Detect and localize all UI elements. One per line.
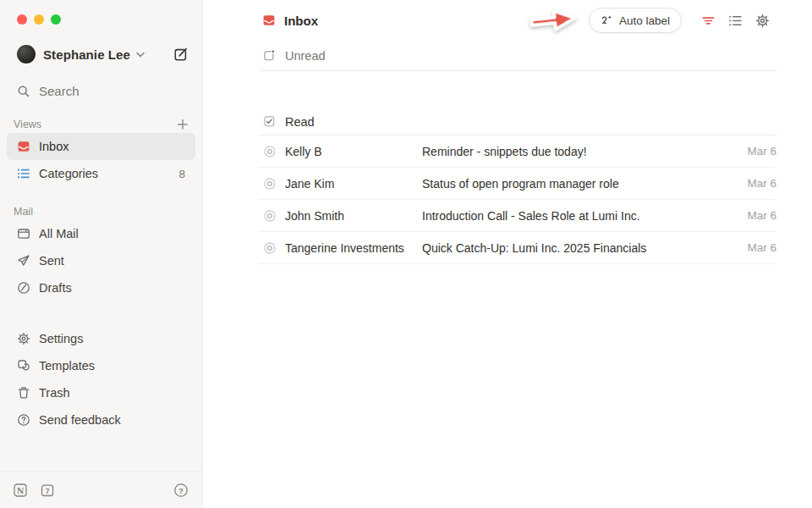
views-label: Views <box>14 119 41 130</box>
zoom-window-button[interactable] <box>51 14 61 25</box>
svg-text:7: 7 <box>46 487 50 495</box>
list-view-icon[interactable] <box>728 14 743 28</box>
trash-icon <box>17 386 30 400</box>
send-icon <box>17 254 30 268</box>
auto-label-button-label: Auto label <box>619 14 670 27</box>
read-checkbox-icon <box>263 115 276 128</box>
email-subject: Reminder - snippets due today! <box>422 145 717 158</box>
sidebar-item-label: All Mail <box>39 227 79 240</box>
sidebar-item-label: Settings <box>39 332 83 345</box>
sidebar-item-inbox[interactable]: Inbox <box>7 133 195 160</box>
email-date: Mar 6 <box>726 145 776 157</box>
header-controls: Auto label <box>525 0 770 41</box>
sidebar-item-label: Sent <box>39 254 64 268</box>
email-row[interactable]: Kelly B Reminder - snippets due today! M… <box>259 135 776 168</box>
compose-icon[interactable] <box>173 47 189 62</box>
notion-logo-icon[interactable]: N <box>14 483 27 497</box>
section-header-read[interactable]: Read <box>259 108 776 135</box>
read-status-icon[interactable] <box>263 241 277 255</box>
window-controls <box>0 0 202 25</box>
email-subject: Introduction Call - Sales Role at Lumi I… <box>422 209 717 223</box>
email-row[interactable]: Tangerine Investments Quick Catch-Up: Lu… <box>259 232 776 264</box>
email-subject: Status of open program manager role <box>422 177 717 190</box>
sidebar-item-settings[interactable]: Settings <box>7 325 195 352</box>
email-date: Mar 6 <box>726 241 776 254</box>
email-row[interactable]: John Smith Introduction Call - Sales Rol… <box>259 200 776 232</box>
mail-section-header: Mail <box>14 203 189 220</box>
account-switcher[interactable]: Stephanie Lee <box>17 45 189 64</box>
email-sender: Kelly B <box>285 145 414 158</box>
sidebar-item-all-mail[interactable]: All Mail <box>7 220 195 247</box>
page-title: Inbox <box>262 14 318 28</box>
calendar-icon[interactable]: 7 <box>41 483 54 497</box>
inbox-pane: Inbox Auto label <box>203 0 812 508</box>
chevron-down-icon <box>136 51 145 58</box>
sidebar-item-drafts[interactable]: Drafts <box>7 274 195 301</box>
filter-icon[interactable] <box>701 14 716 28</box>
categories-count: 8 <box>178 168 185 180</box>
search-input[interactable]: Search <box>17 84 189 98</box>
sidebar-footer: N 7 ? <box>0 471 202 508</box>
sidebar-item-categories[interactable]: Categories 8 <box>7 160 195 187</box>
email-sender: Tangerine Investments <box>285 241 414 255</box>
draft-icon <box>17 281 30 295</box>
sidebar: Stephanie Lee Search Views Inbox <box>0 0 203 508</box>
email-sender: Jane Kim <box>285 177 414 190</box>
close-window-button[interactable] <box>17 14 27 25</box>
search-icon <box>17 85 30 98</box>
account-name: Stephanie Lee <box>43 47 130 62</box>
help-icon[interactable]: ? <box>173 483 189 498</box>
templates-icon <box>17 359 30 373</box>
email-row[interactable]: Jane Kim Status of open program manager … <box>259 168 776 200</box>
sidebar-item-label: Templates <box>39 359 95 373</box>
page-title-label: Inbox <box>284 14 318 28</box>
views-section-header: Views <box>14 116 189 133</box>
read-status-icon[interactable] <box>263 145 277 158</box>
section-label: Read <box>285 115 315 129</box>
annotation-arrow <box>524 2 583 40</box>
read-status-icon[interactable] <box>263 209 277 223</box>
minimize-window-button[interactable] <box>34 14 44 25</box>
sidebar-item-templates[interactable]: Templates <box>7 352 195 379</box>
section-label: Unread <box>285 49 326 63</box>
sidebar-item-label: Trash <box>39 386 70 400</box>
email-list: Unread Read Kelly B Reminder - snippets … <box>259 41 776 264</box>
mail-label: Mail <box>14 206 33 218</box>
avatar <box>17 45 36 64</box>
sidebar-item-send-feedback[interactable]: Send feedback <box>7 406 195 433</box>
app-window: Stephanie Lee Search Views Inbox <box>0 0 812 508</box>
gear-icon[interactable] <box>755 14 770 28</box>
unread-empty-space <box>259 71 776 108</box>
sidebar-item-label: Categories <box>39 167 98 180</box>
read-status-icon[interactable] <box>263 177 277 190</box>
inbox-icon <box>262 14 276 27</box>
email-date: Mar 6 <box>726 177 776 190</box>
categories-icon <box>17 167 30 180</box>
email-subject: Quick Catch-Up: Lumi Inc. 2025 Financial… <box>422 241 717 255</box>
sidebar-item-sent[interactable]: Sent <box>7 247 195 274</box>
main-header: Inbox Auto label <box>203 0 812 41</box>
gear-icon <box>17 332 30 345</box>
section-header-unread[interactable]: Unread <box>259 41 776 71</box>
search-label: Search <box>39 84 80 98</box>
svg-text:N: N <box>17 485 25 494</box>
inbox-icon <box>17 140 30 153</box>
auto-label-button[interactable]: Auto label <box>589 8 682 33</box>
sidebar-item-label: Inbox <box>39 140 69 153</box>
sidebar-item-label: Send feedback <box>39 413 121 427</box>
all-mail-icon <box>17 227 30 240</box>
email-sender: John Smith <box>285 209 414 223</box>
auto-label-icon <box>601 14 613 27</box>
sidebar-item-trash[interactable]: Trash <box>7 379 195 406</box>
unread-icon <box>263 49 276 62</box>
svg-text:?: ? <box>178 485 184 494</box>
email-date: Mar 6 <box>726 209 776 222</box>
add-view-icon[interactable] <box>177 119 189 130</box>
sidebar-item-label: Drafts <box>39 281 72 295</box>
question-circle-icon <box>17 413 30 427</box>
